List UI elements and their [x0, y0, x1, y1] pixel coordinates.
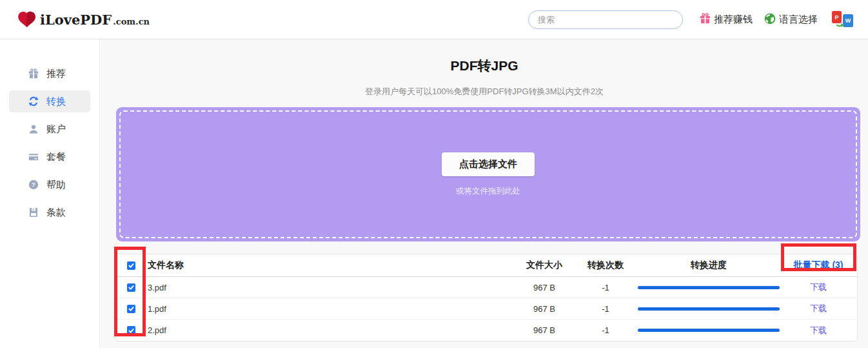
referral-label: 推荐赚钱	[714, 14, 753, 26]
referral-link[interactable]: 推荐赚钱	[700, 13, 753, 26]
word-doc-icon: W	[843, 14, 853, 27]
convert-count: -1	[573, 304, 638, 314]
column-header-filename: 文件名称	[146, 260, 515, 271]
main-content: PDF转JPG 登录用户每天可以100%免费使用PDF转JPG转换3M以内文件2…	[101, 39, 868, 348]
terms-document-icon	[28, 207, 39, 218]
select-all-cell	[115, 261, 146, 270]
sidebar-label: 条款	[46, 207, 66, 219]
progress-cell	[638, 286, 780, 289]
language-selector[interactable]: 语言选择	[764, 13, 818, 26]
download-link[interactable]: 下载	[810, 282, 827, 292]
sidebar-item-help[interactable]: ? 帮助	[9, 174, 90, 196]
gift-icon	[28, 68, 39, 79]
sidebar-item-account[interactable]: 账户	[9, 118, 90, 140]
help-icon: ?	[28, 179, 39, 190]
top-header: iLovePDF .com.cn 推荐赚钱 语言选择	[0, 0, 868, 39]
progress-bar	[638, 329, 780, 332]
pdf-to-word-app-icon[interactable]: P W	[829, 6, 855, 32]
svg-text:?: ?	[32, 181, 35, 188]
logo-suffix: .com.cn	[113, 17, 150, 26]
file-dropzone[interactable]: 点击选择文件 或将文件拖到此处	[116, 107, 860, 241]
check-icon	[128, 285, 134, 290]
convert-sync-icon	[28, 96, 39, 107]
logo-text: iLovePDF	[40, 12, 112, 28]
progress-cell	[638, 307, 780, 311]
convert-count: -1	[573, 283, 638, 292]
sidebar-item-recommend[interactable]: 推荐	[9, 63, 90, 85]
batch-download-link[interactable]: 批量下载 (3)	[794, 260, 843, 270]
sidebar-label: 套餐	[46, 151, 66, 163]
select-all-checkbox[interactable]	[127, 261, 135, 270]
download-cell: 下载	[780, 281, 857, 293]
download-link[interactable]: 下载	[810, 325, 827, 335]
heart-logo-icon	[18, 12, 35, 28]
file-size: 967 B	[515, 283, 573, 292]
row-check-cell	[115, 305, 146, 313]
file-name: 2.pdf	[146, 325, 515, 335]
column-header-count: 转换次数	[573, 260, 638, 271]
row-checkbox[interactable]	[127, 305, 135, 313]
sidebar-label: 推荐	[46, 68, 66, 80]
row-checkbox[interactable]	[127, 326, 135, 334]
column-header-progress: 转换进度	[638, 260, 780, 271]
sidebar-label: 转换	[46, 96, 66, 108]
page-title: PDF转JPG	[101, 57, 868, 75]
file-size: 967 B	[515, 304, 573, 314]
download-cell: 下载	[780, 303, 857, 314]
sidebar-label: 帮助	[46, 179, 66, 191]
globe-icon	[764, 13, 776, 26]
column-header-filesize: 文件大小	[515, 260, 573, 271]
progress-cell	[638, 329, 780, 332]
file-size: 967 B	[515, 325, 573, 335]
progress-bar	[638, 307, 780, 311]
site-logo[interactable]: iLovePDF .com.cn	[18, 12, 150, 28]
sidebar-item-plans[interactable]: 套餐	[9, 146, 90, 168]
table-header-row: 文件名称 文件大小 转换次数 转换进度 批量下载 (3)	[115, 254, 857, 277]
batch-download-cell: 批量下载 (3)	[780, 260, 857, 271]
sidebar-item-convert[interactable]: 转换	[9, 90, 90, 112]
download-cell: 下载	[780, 325, 857, 336]
file-name: 1.pdf	[146, 304, 515, 314]
search-input[interactable]	[528, 10, 683, 29]
choose-file-button[interactable]: 点击选择文件	[442, 152, 535, 176]
row-check-cell	[115, 283, 146, 292]
progress-bar	[638, 286, 780, 289]
download-link[interactable]: 下载	[810, 303, 827, 313]
language-label: 语言选择	[779, 14, 818, 26]
table-row: 2.pdf 967 B -1 下载	[115, 320, 857, 341]
sidebar-label: 账户	[46, 123, 66, 136]
gift-icon	[700, 13, 711, 26]
check-icon	[128, 263, 134, 268]
file-table: 文件名称 文件大小 转换次数 转换进度 批量下载 (3) 3.pdf 967 B…	[115, 254, 858, 342]
file-name: 3.pdf	[146, 283, 515, 292]
credit-card-icon	[28, 152, 39, 162]
sidebar-item-terms[interactable]: 条款	[9, 201, 90, 223]
user-icon	[28, 124, 39, 134]
convert-count: -1	[573, 325, 638, 335]
row-check-cell	[115, 326, 146, 334]
page-subtitle: 登录用户每天可以100%免费使用PDF转JPG转换3M以内文件2次	[101, 86, 868, 97]
search-wrap	[528, 10, 683, 29]
sidebar-nav: 推荐 转换 账户 套餐	[0, 39, 100, 348]
convert-arrow-icon	[836, 21, 844, 27]
dropzone-hint: 或将文件拖到此处	[456, 186, 520, 197]
table-row: 1.pdf 967 B -1 下载	[115, 298, 857, 320]
check-icon	[128, 306, 134, 311]
check-icon	[128, 328, 134, 333]
table-row: 3.pdf 967 B -1 下载	[115, 277, 857, 298]
row-checkbox[interactable]	[127, 283, 135, 292]
